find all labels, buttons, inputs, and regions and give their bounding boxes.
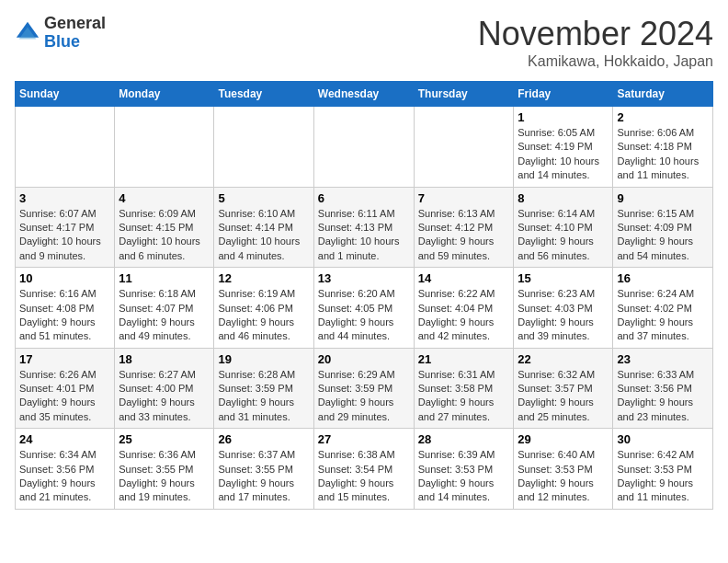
- logo-general: General: [44, 15, 106, 33]
- day-info: Sunrise: 6:26 AM Sunset: 4:01 PM Dayligh…: [19, 368, 110, 425]
- day-number: 20: [318, 352, 410, 366]
- day-number: 6: [318, 191, 410, 205]
- day-info: Sunrise: 6:40 AM Sunset: 3:53 PM Dayligh…: [518, 448, 609, 505]
- calendar-cell: 19Sunrise: 6:28 AM Sunset: 3:59 PM Dayli…: [214, 348, 313, 429]
- calendar-cell: [313, 107, 414, 188]
- month-year-title: November 2024: [478, 15, 713, 53]
- calendar-header-saturday: Saturday: [613, 82, 713, 107]
- calendar-week-row: 3Sunrise: 6:07 AM Sunset: 4:17 PM Daylig…: [16, 187, 713, 268]
- day-number: 8: [518, 191, 609, 205]
- calendar-cell: 24Sunrise: 6:34 AM Sunset: 3:56 PM Dayli…: [16, 429, 115, 510]
- day-info: Sunrise: 6:28 AM Sunset: 3:59 PM Dayligh…: [218, 368, 309, 425]
- day-number: 26: [218, 432, 309, 446]
- calendar-cell: 12Sunrise: 6:19 AM Sunset: 4:06 PM Dayli…: [214, 268, 313, 349]
- calendar-cell: 8Sunrise: 6:14 AM Sunset: 4:10 PM Daylig…: [514, 187, 613, 268]
- calendar-cell: 7Sunrise: 6:13 AM Sunset: 4:12 PM Daylig…: [414, 187, 514, 268]
- calendar-header-sunday: Sunday: [16, 82, 115, 107]
- calendar-week-row: 10Sunrise: 6:16 AM Sunset: 4:08 PM Dayli…: [16, 268, 713, 349]
- calendar-cell: [115, 107, 214, 188]
- calendar-cell: [414, 107, 514, 188]
- calendar-cell: 17Sunrise: 6:26 AM Sunset: 4:01 PM Dayli…: [16, 348, 115, 429]
- day-info: Sunrise: 6:29 AM Sunset: 3:59 PM Dayligh…: [318, 368, 410, 425]
- day-number: 24: [19, 432, 110, 446]
- calendar-header-wednesday: Wednesday: [313, 82, 414, 107]
- day-number: 13: [318, 271, 410, 285]
- day-number: 27: [318, 432, 410, 446]
- day-number: 12: [218, 271, 309, 285]
- day-info: Sunrise: 6:09 AM Sunset: 4:15 PM Dayligh…: [119, 207, 210, 264]
- day-number: 17: [19, 352, 110, 366]
- day-number: 25: [119, 432, 210, 446]
- day-info: Sunrise: 6:39 AM Sunset: 3:53 PM Dayligh…: [418, 448, 510, 505]
- calendar-cell: [214, 107, 313, 188]
- day-info: Sunrise: 6:18 AM Sunset: 4:07 PM Dayligh…: [119, 287, 210, 344]
- calendar-cell: 2Sunrise: 6:06 AM Sunset: 4:18 PM Daylig…: [613, 107, 713, 188]
- calendar-cell: 18Sunrise: 6:27 AM Sunset: 4:00 PM Dayli…: [115, 348, 214, 429]
- day-info: Sunrise: 6:24 AM Sunset: 4:02 PM Dayligh…: [617, 287, 709, 344]
- day-info: Sunrise: 6:23 AM Sunset: 4:03 PM Dayligh…: [518, 287, 609, 344]
- calendar-cell: 9Sunrise: 6:15 AM Sunset: 4:09 PM Daylig…: [613, 187, 713, 268]
- day-info: Sunrise: 6:34 AM Sunset: 3:56 PM Dayligh…: [19, 448, 110, 505]
- calendar-cell: 29Sunrise: 6:40 AM Sunset: 3:53 PM Dayli…: [514, 429, 613, 510]
- day-info: Sunrise: 6:10 AM Sunset: 4:14 PM Dayligh…: [218, 207, 309, 264]
- calendar-cell: 21Sunrise: 6:31 AM Sunset: 3:58 PM Dayli…: [414, 348, 514, 429]
- calendar-cell: 3Sunrise: 6:07 AM Sunset: 4:17 PM Daylig…: [16, 187, 115, 268]
- day-info: Sunrise: 6:42 AM Sunset: 3:53 PM Dayligh…: [617, 448, 709, 505]
- day-info: Sunrise: 6:16 AM Sunset: 4:08 PM Dayligh…: [19, 287, 110, 344]
- day-number: 1: [518, 110, 609, 124]
- day-info: Sunrise: 6:06 AM Sunset: 4:18 PM Dayligh…: [617, 126, 709, 183]
- day-number: 22: [518, 352, 609, 366]
- day-number: 30: [617, 432, 709, 446]
- calendar-cell: 10Sunrise: 6:16 AM Sunset: 4:08 PM Dayli…: [16, 268, 115, 349]
- day-info: Sunrise: 6:15 AM Sunset: 4:09 PM Dayligh…: [617, 207, 709, 264]
- day-number: 15: [518, 271, 609, 285]
- calendar-cell: 22Sunrise: 6:32 AM Sunset: 3:57 PM Dayli…: [514, 348, 613, 429]
- day-number: 10: [19, 271, 110, 285]
- calendar-cell: 30Sunrise: 6:42 AM Sunset: 3:53 PM Dayli…: [613, 429, 713, 510]
- day-number: 4: [119, 191, 210, 205]
- day-info: Sunrise: 6:31 AM Sunset: 3:58 PM Dayligh…: [418, 368, 510, 425]
- calendar-cell: 23Sunrise: 6:33 AM Sunset: 3:56 PM Dayli…: [613, 348, 713, 429]
- day-info: Sunrise: 6:14 AM Sunset: 4:10 PM Dayligh…: [518, 207, 609, 264]
- day-info: Sunrise: 6:38 AM Sunset: 3:54 PM Dayligh…: [318, 448, 410, 505]
- day-info: Sunrise: 6:05 AM Sunset: 4:19 PM Dayligh…: [518, 126, 609, 183]
- day-number: 2: [617, 110, 709, 124]
- logo-blue: Blue: [44, 33, 106, 52]
- day-info: Sunrise: 6:20 AM Sunset: 4:05 PM Dayligh…: [318, 287, 410, 344]
- calendar-cell: 16Sunrise: 6:24 AM Sunset: 4:02 PM Dayli…: [613, 268, 713, 349]
- day-info: Sunrise: 6:19 AM Sunset: 4:06 PM Dayligh…: [218, 287, 309, 344]
- day-info: Sunrise: 6:27 AM Sunset: 4:00 PM Dayligh…: [119, 368, 210, 425]
- location-subtitle: Kamikawa, Hokkaido, Japan: [478, 53, 713, 70]
- calendar-table: SundayMondayTuesdayWednesdayThursdayFrid…: [15, 81, 713, 510]
- day-number: 7: [418, 191, 510, 205]
- day-number: 18: [119, 352, 210, 366]
- day-info: Sunrise: 6:11 AM Sunset: 4:13 PM Dayligh…: [318, 207, 410, 264]
- calendar-header-thursday: Thursday: [414, 82, 514, 107]
- calendar-week-row: 24Sunrise: 6:34 AM Sunset: 3:56 PM Dayli…: [16, 429, 713, 510]
- day-number: 28: [418, 432, 510, 446]
- calendar-cell: 28Sunrise: 6:39 AM Sunset: 3:53 PM Dayli…: [414, 429, 514, 510]
- calendar-week-row: 17Sunrise: 6:26 AM Sunset: 4:01 PM Dayli…: [16, 348, 713, 429]
- calendar-cell: 26Sunrise: 6:37 AM Sunset: 3:55 PM Dayli…: [214, 429, 313, 510]
- day-info: Sunrise: 6:13 AM Sunset: 4:12 PM Dayligh…: [418, 207, 510, 264]
- calendar-header-tuesday: Tuesday: [214, 82, 313, 107]
- calendar-cell: [16, 107, 115, 188]
- logo-text: General Blue: [44, 15, 106, 52]
- day-number: 11: [119, 271, 210, 285]
- calendar-cell: 13Sunrise: 6:20 AM Sunset: 4:05 PM Dayli…: [313, 268, 414, 349]
- day-info: Sunrise: 6:36 AM Sunset: 3:55 PM Dayligh…: [119, 448, 210, 505]
- calendar-cell: 1Sunrise: 6:05 AM Sunset: 4:19 PM Daylig…: [514, 107, 613, 188]
- calendar-cell: 25Sunrise: 6:36 AM Sunset: 3:55 PM Dayli…: [115, 429, 214, 510]
- day-number: 9: [617, 191, 709, 205]
- day-number: 19: [218, 352, 309, 366]
- day-number: 14: [418, 271, 510, 285]
- day-number: 16: [617, 271, 709, 285]
- page-header: General Blue November 2024 Kamikawa, Hok…: [15, 15, 713, 70]
- calendar-header-friday: Friday: [514, 82, 613, 107]
- day-info: Sunrise: 6:22 AM Sunset: 4:04 PM Dayligh…: [418, 287, 510, 344]
- day-info: Sunrise: 6:33 AM Sunset: 3:56 PM Dayligh…: [617, 368, 709, 425]
- day-info: Sunrise: 6:07 AM Sunset: 4:17 PM Dayligh…: [19, 207, 110, 264]
- day-number: 3: [19, 191, 110, 205]
- day-info: Sunrise: 6:37 AM Sunset: 3:55 PM Dayligh…: [218, 448, 309, 505]
- logo-icon: [15, 20, 40, 46]
